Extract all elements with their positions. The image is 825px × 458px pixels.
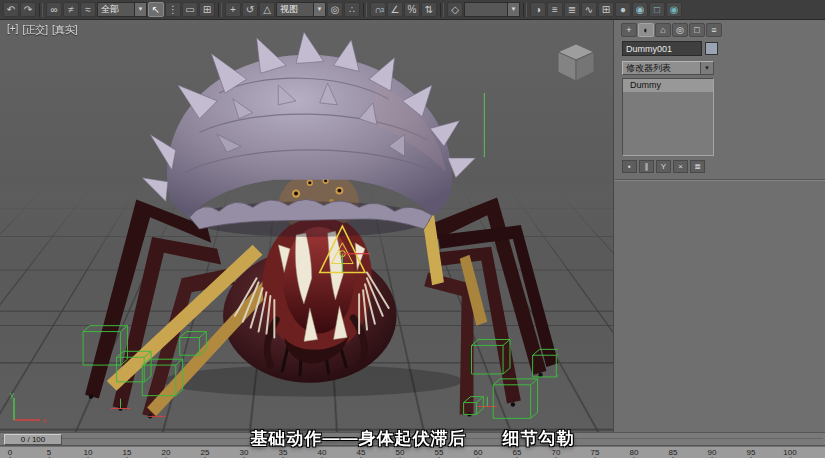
creature-carapace[interactable]	[142, 32, 475, 237]
track-bar[interactable]: 0510152025303540455055606570758085909510…	[0, 446, 825, 458]
frame-tick-label: 60	[474, 448, 483, 457]
application-window: { "toolbar": { "items": [ {"kind":"icon"…	[0, 0, 825, 458]
use-pivot-point-center-button[interactable]: ◎	[327, 2, 343, 17]
pin-stack-button[interactable]: ▪	[622, 160, 637, 173]
angle-snap-toggle[interactable]: ∠	[387, 2, 403, 17]
modifier-stack-list[interactable]: Dummy	[622, 78, 714, 156]
viewport-label: [+] [正交] [真实]	[7, 23, 78, 37]
percent-snap-toggle[interactable]: %	[404, 2, 420, 17]
viewport[interactable]: [+] [正交] [真实]	[0, 20, 613, 432]
viewport-shading-menu[interactable]: [真实]	[52, 23, 78, 37]
tab-modify[interactable]: ◐	[638, 23, 654, 37]
selection-filter-dropdown-value: 全部	[98, 3, 134, 16]
material-editor-button[interactable]: ●	[615, 2, 631, 17]
object-color-swatch[interactable]	[705, 42, 718, 55]
viewcube[interactable]	[553, 40, 599, 86]
select-by-name-button[interactable]: ⋮	[165, 2, 181, 17]
frame-tick-label: 15	[123, 448, 132, 457]
frame-tick-label: 75	[591, 448, 600, 457]
tab-display[interactable]: □	[689, 23, 705, 37]
select-and-link-button[interactable]: ∞	[46, 2, 62, 17]
select-and-move-button[interactable]: +	[225, 2, 241, 17]
leg-right-inner[interactable]	[424, 272, 473, 414]
window-crossing-toggle[interactable]: ⊞	[199, 2, 215, 17]
frame-tick-label: 85	[669, 448, 678, 457]
modifier-list-dropdown[interactable]: 修改器列表 ▼	[622, 61, 714, 75]
creature-model[interactable]	[38, 24, 558, 432]
time-slider-handle[interactable]: 0 / 100	[4, 434, 62, 445]
snap-toggle-3d[interactable]: ∩3	[370, 2, 386, 17]
frame-tick-label: 95	[747, 448, 756, 457]
select-and-scale-button[interactable]: △	[259, 2, 275, 17]
chevron-down-icon[interactable]: ▼	[507, 3, 519, 16]
main-area: [+] [正交] [真实]	[0, 20, 825, 432]
frame-tick-label: 50	[396, 448, 405, 457]
svg-text:x: x	[43, 416, 47, 425]
frame-tick-label: 5	[47, 448, 51, 457]
command-panel: +◐⌂◎□≡ 修改器列表 ▼ Dummy ▪∥Y×≣	[613, 20, 825, 432]
time-slider[interactable]: 0 / 100	[0, 432, 825, 446]
select-object-button[interactable]: ↖	[148, 2, 164, 17]
frame-tick-label: 65	[513, 448, 522, 457]
frame-tick-label: 40	[318, 448, 327, 457]
reference-coordinate-dropdown-value: 视图	[277, 3, 313, 16]
object-name-row	[614, 39, 825, 58]
frame-tick-label: 25	[201, 448, 210, 457]
spinner-snap-toggle[interactable]: ⇅	[421, 2, 437, 17]
render-setup-button[interactable]: ◉	[632, 2, 648, 17]
rectangular-selection-region-button[interactable]: ▭	[182, 2, 198, 17]
frame-tick-label: 90	[708, 448, 717, 457]
remove-modifier-button[interactable]: ×	[673, 160, 688, 173]
curve-editor-button[interactable]: ∿	[581, 2, 597, 17]
modifier-stack-item[interactable]: Dummy	[623, 79, 713, 92]
bind-to-space-warp-button[interactable]: ≈	[80, 2, 96, 17]
align-button[interactable]: ≡	[547, 2, 563, 17]
frame-tick-label: 70	[552, 448, 561, 457]
toolbar-separator	[523, 3, 527, 17]
mouth-inner[interactable]	[283, 227, 354, 333]
toolbar-separator	[363, 3, 367, 17]
rendered-frame-window-button[interactable]: □	[649, 2, 665, 17]
frame-tick-label: 100	[783, 448, 796, 457]
schematic-view-button[interactable]: ⊞	[598, 2, 614, 17]
toolbar-separator	[39, 3, 43, 17]
redo-button[interactable]: ↷	[20, 2, 36, 17]
select-and-rotate-button[interactable]: ↺	[242, 2, 258, 17]
tab-utilities[interactable]: ≡	[706, 23, 722, 37]
edit-named-selection-sets-button[interactable]: ◇	[447, 2, 463, 17]
undo-button[interactable]: ↶	[3, 2, 19, 17]
time-slider-track	[2, 438, 823, 439]
chevron-down-icon[interactable]: ▼	[313, 3, 325, 16]
command-panel-tabs: +◐⌂◎□≡	[614, 20, 825, 39]
object-name-field[interactable]	[622, 41, 702, 56]
unlink-selection-button[interactable]: ≠	[63, 2, 79, 17]
chevron-down-icon[interactable]: ▼	[700, 62, 713, 74]
modifier-stack-tools: ▪∥Y×≣	[622, 160, 825, 173]
tab-create[interactable]: +	[621, 23, 637, 37]
layer-manager-button[interactable]: ≣	[564, 2, 580, 17]
viewport-pov-menu[interactable]: [正交]	[22, 23, 48, 37]
frame-tick-label: 45	[357, 448, 366, 457]
reference-coordinate-dropdown[interactable]: 视图▼	[276, 2, 326, 17]
modifier-list-label: 修改器列表	[623, 62, 700, 75]
select-and-manipulate-button[interactable]: ∴	[344, 2, 360, 17]
frame-tick-label: 10	[84, 448, 93, 457]
frame-tick-label: 20	[162, 448, 171, 457]
tab-hierarchy[interactable]: ⌂	[655, 23, 671, 37]
frame-tick-label: 55	[435, 448, 444, 457]
viewport-general-menu[interactable]: [+]	[7, 23, 18, 37]
make-unique-button[interactable]: Y	[656, 160, 671, 173]
configure-modifier-sets-button[interactable]: ≣	[690, 160, 705, 173]
show-end-result-button[interactable]: ∥	[639, 160, 654, 173]
main-toolbar: ↶↷∞≠≈全部▼↖⋮▭⊞+↺△视图▼◎∴∩3∠%⇅◇▼◑≡≣∿⊞●◉□◉	[0, 0, 825, 20]
toolbar-separator	[218, 3, 222, 17]
selection-filter-dropdown[interactable]: 全部▼	[97, 2, 147, 17]
svg-text:y: y	[10, 390, 14, 399]
chevron-down-icon[interactable]: ▼	[134, 3, 146, 16]
render-production-button[interactable]: ◉	[666, 2, 682, 17]
frame-tick-label: 35	[279, 448, 288, 457]
tab-motion[interactable]: ◎	[672, 23, 688, 37]
mirror-button[interactable]: ◑	[530, 2, 546, 17]
named-selection-sets-dropdown[interactable]: ▼	[464, 2, 520, 17]
world-axis-gizmo: x y	[6, 390, 54, 430]
